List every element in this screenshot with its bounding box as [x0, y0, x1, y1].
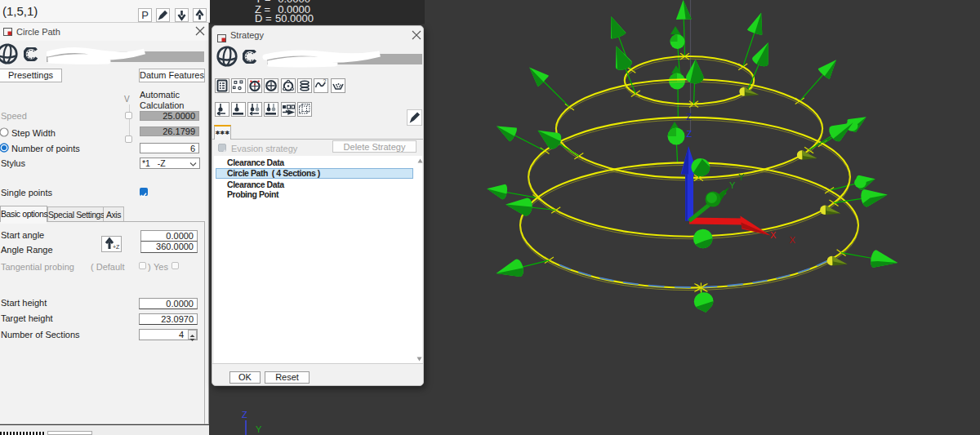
svg-text:X: X — [790, 235, 796, 245]
svg-text:X: X — [770, 230, 777, 240]
svg-text:+Z: +Z — [113, 244, 120, 250]
svg-text:Z: Z — [242, 410, 247, 419]
svg-text:Y: Y — [256, 424, 262, 434]
svg-text:50.0000: 50.0000 — [275, 12, 314, 24]
svg-text:Y: Y — [738, 172, 745, 182]
svg-text:D =: D = — [255, 12, 272, 24]
svg-text:Y: Y — [729, 180, 736, 190]
svg-text:?: ? — [323, 79, 327, 84]
svg-text:Z: Z — [687, 129, 693, 139]
svg-text:Z: Z — [686, 112, 692, 122]
